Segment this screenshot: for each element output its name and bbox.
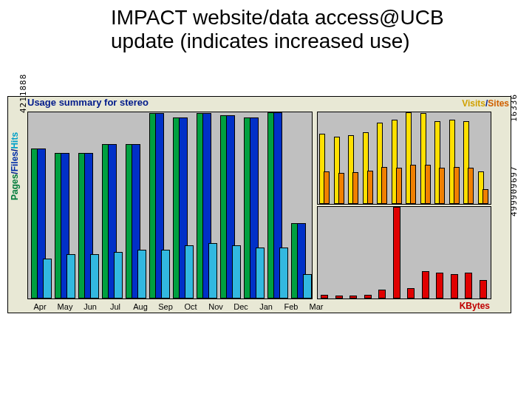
- bar: [352, 172, 358, 204]
- legend-hits: Hits: [10, 132, 20, 149]
- bar: [480, 280, 487, 299]
- bar-group: [265, 112, 288, 299]
- bar-group: [170, 112, 194, 299]
- bar: [338, 173, 344, 205]
- bar: [279, 248, 288, 299]
- bar-group: [217, 112, 241, 299]
- bar-group: [448, 112, 463, 204]
- x-tick: Jan: [253, 302, 279, 311]
- bar: [90, 254, 99, 299]
- bar-group: [332, 112, 347, 204]
- bar-group: [361, 207, 376, 299]
- x-tick: Apr: [27, 302, 52, 311]
- bar-group: [375, 207, 390, 299]
- x-tick: Nov: [203, 302, 228, 311]
- bar: [232, 245, 241, 299]
- x-tick: Dec: [228, 302, 253, 311]
- bar: [378, 290, 386, 299]
- bar-group: [347, 207, 361, 299]
- x-tick: Mar: [304, 302, 329, 311]
- bar: [208, 243, 217, 299]
- bar-group: [241, 112, 265, 299]
- bar: [364, 295, 372, 299]
- bar-group: [194, 112, 217, 299]
- bar-group: [448, 207, 463, 299]
- left-plot: [27, 112, 313, 299]
- bar: [321, 295, 328, 299]
- x-tick: Sep: [153, 302, 178, 311]
- legend-kbytes: KBytes: [460, 301, 490, 311]
- bar-group: [433, 207, 448, 299]
- bar-group: [419, 207, 434, 299]
- bar: [349, 296, 357, 299]
- bar: [468, 168, 474, 204]
- bar: [66, 254, 75, 299]
- bar-group: [361, 112, 376, 204]
- bar-group: [390, 207, 405, 299]
- bar-group: [375, 112, 390, 204]
- bar-group: [28, 112, 52, 299]
- bar: [465, 273, 472, 299]
- x-tick: May: [52, 302, 78, 311]
- bar-group: [433, 112, 448, 204]
- bar-group: [477, 207, 491, 299]
- bar: [396, 168, 402, 204]
- bar-group: [462, 207, 477, 299]
- bar-group: [318, 207, 332, 299]
- x-tick: Feb: [279, 302, 304, 311]
- bar: [436, 273, 443, 299]
- bar: [407, 288, 415, 299]
- bar: [161, 250, 170, 299]
- bar-group: [462, 112, 477, 204]
- bar: [335, 296, 343, 299]
- legend-files: Files: [10, 151, 20, 171]
- bar-group: [390, 112, 405, 204]
- bar: [451, 274, 458, 299]
- bar-group: [332, 207, 347, 299]
- legend-visits: Visits: [462, 98, 485, 109]
- bar-group: [123, 112, 146, 299]
- legend-sites: Sites: [488, 98, 509, 109]
- right-top-plot: [317, 112, 491, 205]
- bar: [393, 207, 400, 299]
- bar: [185, 245, 194, 299]
- chart-title: Usage summary for stereo: [27, 97, 491, 112]
- bar-group: [52, 112, 75, 299]
- x-tick: Oct: [178, 302, 203, 311]
- y-max-right-bottom: 499909697: [509, 208, 519, 216]
- bar: [425, 165, 431, 204]
- bar-group: [404, 207, 419, 299]
- right-bottom-plot: [317, 206, 491, 299]
- legend-pages: Pages: [10, 174, 20, 200]
- bar: [439, 168, 445, 204]
- bar-group: [75, 112, 99, 299]
- bar: [367, 171, 373, 204]
- y-max-right-top: 16336: [509, 113, 519, 122]
- bar: [303, 274, 312, 299]
- bar-group: [99, 112, 123, 299]
- bar-group: [419, 112, 434, 204]
- bar-group: [347, 112, 361, 204]
- x-tick: Jun: [78, 302, 103, 311]
- slide-title: IMPACT website/data access@UCB update (i…: [111, 6, 488, 53]
- x-tick: Aug: [128, 302, 153, 311]
- bar-group: [288, 112, 312, 299]
- bar: [454, 167, 460, 204]
- bar-group: [477, 112, 491, 204]
- bar: [381, 167, 387, 204]
- usage-chart: Usage summary for stereo Visits/Sites Pa…: [7, 96, 511, 313]
- x-axis: AprMayJunJulAugSepOctNovDecJanFebMar: [27, 302, 329, 311]
- x-tick: Jul: [103, 302, 128, 311]
- bar: [114, 252, 123, 299]
- bar: [410, 165, 416, 204]
- bar-group: [404, 112, 419, 204]
- bar: [422, 271, 429, 299]
- bar: [137, 250, 146, 299]
- bar: [482, 189, 488, 204]
- bar-group: [146, 112, 170, 299]
- bar-group: [318, 112, 332, 204]
- bar: [43, 259, 52, 299]
- bar: [324, 171, 330, 204]
- legend-visits-sites: Visits/Sites: [462, 98, 509, 109]
- bar: [256, 248, 265, 299]
